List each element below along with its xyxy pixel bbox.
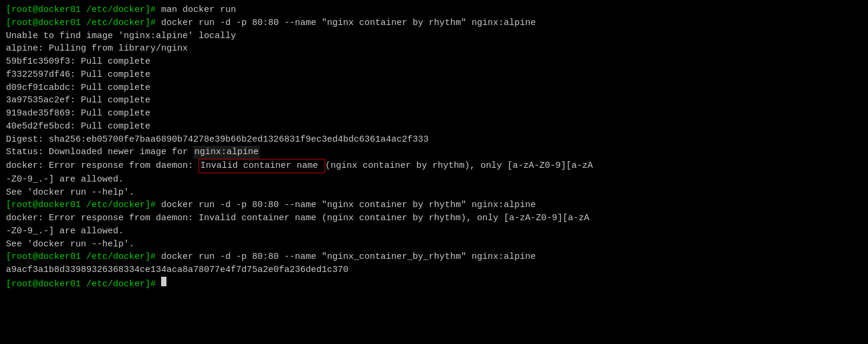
terminal-line: [root@docker01 /etc/docker]# docker run …: [6, 251, 862, 264]
terminal-line: [root@docker01 /etc/docker]# docker run …: [6, 17, 862, 30]
command-space: [156, 278, 161, 291]
prompt: [root@docker01 /etc/docker]#: [6, 278, 156, 291]
terminal-line: 919ade35f869: Pull complete: [6, 107, 862, 120]
terminal-line: 40e5d2fe5bcd: Pull complete: [6, 120, 862, 133]
prompt: [root@docker01 /etc/docker]#: [6, 251, 156, 264]
terminal-line: Digest: sha256:eb05700fe7baa6890b74278e3…: [6, 133, 862, 146]
output-text: -Z0-9_.-] are allowed.: [6, 225, 124, 238]
output-text: d09cf91cabdc: Pull complete: [6, 82, 150, 95]
output-text: docker: Error response from daemon: Inva…: [6, 212, 589, 225]
output-text: Status: Downloaded newer image for: [6, 146, 193, 159]
terminal-line: a9acf3a1b8d33989326368334ce134aca8a78077…: [6, 264, 862, 277]
terminal-line: -Z0-9_.-] are allowed.: [6, 173, 862, 186]
terminal-line: 3a97535ac2ef: Pull complete: [6, 94, 862, 107]
output-text: 3a97535ac2ef: Pull complete: [6, 94, 150, 107]
output-text: -Z0-9_.-] are allowed.: [6, 173, 124, 186]
output-text: f3322597df46: Pull complete: [6, 68, 150, 82]
output-text: 59bf1c3509f3: Pull complete: [6, 55, 150, 68]
terminal-line: alpine: Pulling from library/nginx: [6, 42, 862, 55]
output-text: See 'docker run --help'.: [6, 186, 134, 199]
terminal-line: Unable to find image 'nginx:alpine' loca…: [6, 30, 862, 43]
terminal-line: Status: Downloaded newer image for nginx…: [6, 146, 862, 159]
terminal-error-line: docker: Error response from daemon: Inva…: [6, 159, 862, 173]
terminal-line: d09cf91cabdc: Pull complete: [6, 82, 862, 95]
prompt: [root@docker01 /etc/docker]#: [6, 4, 156, 17]
invalid-container-name-highlight: Invalid container name: [199, 159, 325, 173]
container-id: a9acf3a1b8d33989326368334ce134aca8a78077…: [6, 264, 348, 277]
terminal-line: [root@docker01 /etc/docker]# docker run …: [6, 199, 862, 212]
command: docker run -d -p 80:80 --name "nginx con…: [156, 199, 536, 212]
output-text: 919ade35f869: Pull complete: [6, 107, 150, 120]
prompt: [root@docker01 /etc/docker]#: [6, 17, 156, 30]
terminal-line: 59bf1c3509f3: Pull complete: [6, 55, 862, 68]
error-suffix: (nginx container by rhythm), only [a-zA-…: [325, 160, 593, 173]
prompt: [root@docker01 /etc/docker]#: [6, 199, 156, 212]
error-prefix: docker: Error response from daemon:: [6, 160, 199, 173]
terminal-window: [root@docker01 /etc/docker]# man docker …: [0, 0, 868, 344]
output-text: alpine: Pulling from library/nginx: [6, 42, 188, 55]
command: docker run -d -p 80:80 --name "nginx con…: [156, 17, 536, 30]
command: man docker run: [156, 4, 236, 17]
terminal-line: [root@docker01 /etc/docker]#: [6, 277, 862, 291]
terminal-line: f3322597df46: Pull complete: [6, 68, 862, 82]
terminal-line: See 'docker run --help'.: [6, 238, 862, 251]
output-text: Digest: sha256:eb05700fe7baa6890b74278e3…: [6, 133, 429, 146]
terminal-line: See 'docker run --help'.: [6, 186, 862, 199]
image-name: nginx:alpine: [193, 146, 260, 159]
output-text: Unable to find image 'nginx:alpine' loca…: [6, 30, 236, 43]
terminal-line: docker: Error response from daemon: Inva…: [6, 212, 862, 225]
terminal-line: [root@docker01 /etc/docker]# man docker …: [6, 4, 862, 17]
output-text: 40e5d2fe5bcd: Pull complete: [6, 120, 150, 133]
terminal-cursor: [161, 277, 166, 286]
terminal-line: -Z0-9_.-] are allowed.: [6, 225, 862, 238]
output-text: See 'docker run --help'.: [6, 238, 134, 251]
command: docker run -d -p 80:80 --name "nginx_con…: [156, 251, 536, 264]
